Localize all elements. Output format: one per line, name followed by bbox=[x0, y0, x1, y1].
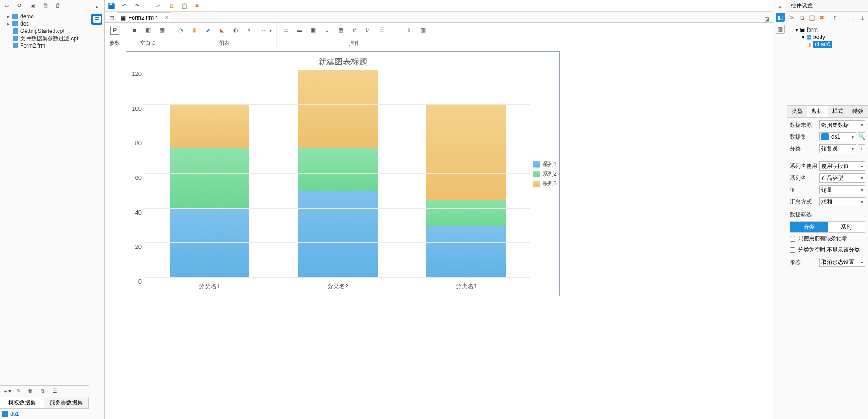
absolute-block-icon[interactable]: ■ bbox=[130, 26, 139, 35]
dataset-search-button[interactable]: 🔍 bbox=[858, 132, 865, 141]
parameter-icon[interactable]: P bbox=[110, 26, 119, 35]
bar-segment bbox=[298, 191, 378, 278]
other-panel-chip[interactable]: ▥ bbox=[776, 25, 785, 34]
more-widget-icon[interactable]: ▥ bbox=[418, 26, 427, 35]
doc-tab-label: Form2.frm * bbox=[128, 15, 157, 21]
copy-icon[interactable]: ⧉ bbox=[167, 2, 176, 10]
tab-template-dataset[interactable]: 模板数据集 bbox=[0, 397, 44, 408]
file-form2[interactable]: Form2.frm bbox=[0, 42, 89, 49]
save-icon[interactable] bbox=[107, 2, 116, 10]
refresh-icon[interactable]: ⟳ bbox=[16, 1, 24, 10]
form-mode-icon[interactable] bbox=[91, 14, 102, 25]
chart-widget[interactable]: 新建图表标题 020406080100120 分类名1分类名2分类名3 系列1系… bbox=[126, 51, 560, 296]
tab-block-icon[interactable]: ◧ bbox=[144, 26, 153, 35]
gutter-search-icon[interactable]: ▸ bbox=[93, 3, 101, 11]
tab-server-dataset[interactable]: 服务器数据集 bbox=[44, 397, 89, 408]
add-dataset-icon[interactable]: ＋▾ bbox=[3, 387, 11, 395]
delete-icon[interactable]: ✖ bbox=[193, 2, 201, 10]
svg-rect-1 bbox=[95, 17, 99, 18]
cut-icon[interactable]: ✂ bbox=[154, 2, 163, 10]
tab-overflow-icon[interactable]: ◪ bbox=[764, 16, 769, 22]
aggregate-select[interactable]: 求和▾ bbox=[819, 197, 865, 206]
series-name-select[interactable]: 产品类型▾ bbox=[819, 173, 865, 183]
file-filter[interactable]: 文件数据集参数过滤.cpt bbox=[0, 35, 89, 42]
undo-icon[interactable]: ↶ bbox=[120, 2, 128, 10]
redo-icon[interactable]: ↷ bbox=[133, 2, 141, 10]
remove-dataset-icon[interactable]: 🗑 bbox=[27, 387, 35, 395]
new-file-icon[interactable]: ▱ bbox=[3, 1, 11, 10]
close-icon[interactable]: × bbox=[165, 15, 168, 21]
quick-toolbar: ↶ ↷ ✂ ⧉ 📋 ✖ bbox=[105, 0, 773, 12]
filter-tab-series[interactable]: 系列 bbox=[828, 222, 865, 232]
pie-chart-icon[interactable]: ◔ bbox=[176, 26, 185, 35]
editor-area: ↶ ↷ ✂ ⧉ 📋 ✖ ▤ ▦ Form2.frm * × ◪ P 参数 bbox=[105, 0, 773, 419]
folder-doc[interactable]: ▸doc bbox=[0, 20, 89, 27]
design-canvas[interactable]: 新建图表标题 020406080100120 分类名1分类名2分类名3 系列1系… bbox=[105, 48, 773, 419]
locate-icon[interactable]: ⎘ bbox=[41, 1, 49, 10]
expand-right-icon[interactable]: ▸ bbox=[779, 4, 782, 10]
move-bottom-icon[interactable]: ⤓ bbox=[860, 14, 865, 22]
checkbox-widget-icon[interactable]: ☑ bbox=[363, 26, 373, 35]
bar-segment bbox=[170, 105, 249, 148]
move-down-icon[interactable]: ↓ bbox=[850, 14, 856, 22]
property-tabs: 类型 数据 样式 特效 bbox=[787, 105, 868, 118]
line-chart-icon[interactable]: ⬈ bbox=[203, 26, 213, 35]
tab-type[interactable]: 类型 bbox=[787, 106, 807, 117]
move-up-icon[interactable]: ↑ bbox=[841, 14, 847, 22]
dataset-item-ds1[interactable]: ds1 bbox=[2, 411, 87, 417]
radar-chart-icon[interactable]: ✶ bbox=[245, 26, 254, 35]
paste-icon[interactable]: 📋 bbox=[809, 14, 815, 22]
copy-icon[interactable]: ⧉ bbox=[799, 14, 804, 22]
filter-tab-category[interactable]: 分类 bbox=[790, 222, 828, 232]
checkbox-topn[interactable]: 只使用前有限条记录 bbox=[787, 233, 868, 244]
checkbox-input[interactable] bbox=[790, 236, 795, 242]
chevron-down-icon[interactable]: ▾ bbox=[269, 28, 272, 33]
date-widget-icon[interactable]: ▦ bbox=[336, 26, 345, 35]
tab-list-icon[interactable]: ▤ bbox=[107, 13, 116, 21]
button-widget-icon[interactable]: ▣ bbox=[309, 26, 318, 35]
y-axis: 020406080100120 bbox=[126, 71, 144, 278]
tree-node-form[interactable]: ▾▣form bbox=[790, 26, 865, 33]
delete-icon[interactable]: ✖ bbox=[819, 14, 825, 22]
area-chart-icon[interactable]: ◣ bbox=[217, 26, 226, 35]
checkbox-hide-empty[interactable]: 分类为空时,不显示该分类 bbox=[787, 244, 868, 256]
tree-widget-icon[interactable]: ☰ bbox=[377, 26, 386, 35]
collapse-icon[interactable]: ▣ bbox=[28, 1, 37, 10]
textbox-widget-icon[interactable]: ▭ bbox=[281, 26, 290, 35]
dataset-select[interactable]: ds1▾ bbox=[819, 132, 856, 141]
label-widget-icon[interactable]: ▬ bbox=[295, 26, 304, 35]
edit-dataset-icon[interactable]: ✎ bbox=[15, 387, 23, 395]
gauge-chart-icon[interactable]: ◐ bbox=[231, 26, 240, 35]
file-widget-icon[interactable]: ⇪ bbox=[405, 26, 414, 35]
tab-style[interactable]: 样式 bbox=[828, 106, 848, 117]
tree-node-chart0[interactable]: ▮chart0 bbox=[790, 41, 865, 48]
value-select[interactable]: 销量▾ bbox=[819, 185, 865, 194]
grid-block-icon[interactable]: ▦ bbox=[157, 26, 166, 35]
number-widget-icon[interactable]: # bbox=[350, 26, 359, 35]
cut-icon[interactable]: ✂ bbox=[790, 14, 795, 22]
tab-data[interactable]: 数据 bbox=[807, 106, 827, 117]
tab-effect[interactable]: 特效 bbox=[848, 106, 868, 117]
combobox-widget-icon[interactable]: ⌄ bbox=[322, 26, 331, 35]
category-select[interactable]: 销售员▾ bbox=[819, 144, 856, 153]
series-name-use-select[interactable]: 使用字段值▾ bbox=[819, 161, 865, 171]
checkbox-input[interactable] bbox=[790, 247, 795, 253]
folder-demo[interactable]: ▸demo bbox=[0, 13, 89, 20]
bar-chart-icon[interactable]: ▮ bbox=[190, 26, 199, 35]
bar-segment bbox=[298, 70, 378, 148]
copy-dataset-icon[interactable]: ⧉ bbox=[38, 387, 47, 395]
move-top-icon[interactable]: ⤒ bbox=[832, 14, 837, 22]
tree-node-body[interactable]: ▾▦body bbox=[790, 33, 865, 41]
file-gettingstarted[interactable]: GettingStarted.cpt bbox=[0, 27, 89, 35]
paste-icon[interactable]: 📋 bbox=[180, 2, 188, 10]
field-label: 汇总方式 bbox=[790, 198, 817, 206]
data-source-select[interactable]: 数据集数据▾ bbox=[819, 120, 865, 129]
delete-icon[interactable]: 🗑 bbox=[54, 1, 62, 10]
doc-tab-form2[interactable]: ▦ Form2.frm * × bbox=[117, 12, 171, 22]
shape-select[interactable]: 取消形态设置▾ bbox=[819, 258, 865, 267]
list-widget-icon[interactable]: ≣ bbox=[391, 26, 400, 35]
preview-dataset-icon[interactable]: ☰ bbox=[50, 387, 59, 395]
scatter-chart-icon[interactable]: ⋯ bbox=[258, 26, 267, 35]
category-add-button[interactable]: ＋ bbox=[858, 144, 865, 153]
widget-settings-chip[interactable]: ◧ bbox=[776, 13, 785, 22]
